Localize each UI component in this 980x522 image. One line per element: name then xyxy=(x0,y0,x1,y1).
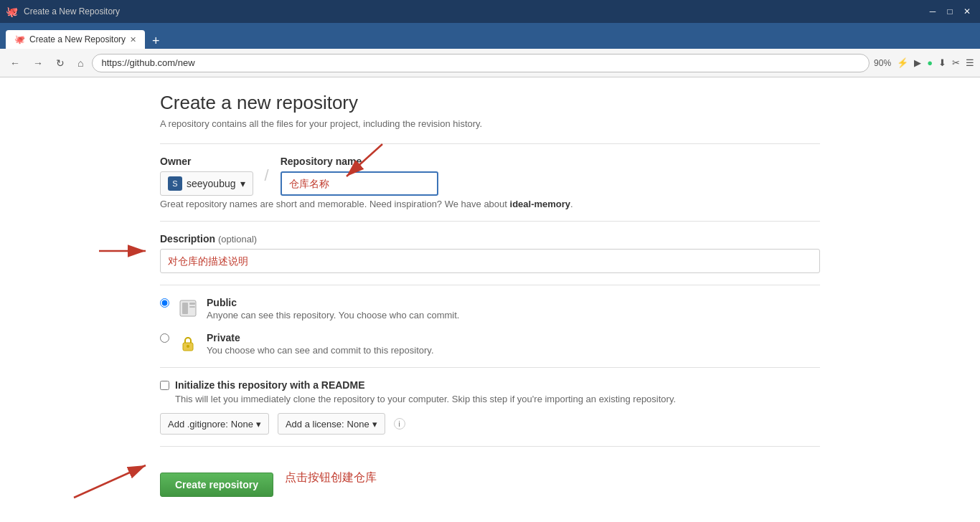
page-title: Create a new repository xyxy=(160,92,820,114)
private-option: Private You choose who can see and commi… xyxy=(160,332,820,356)
description-section: Description (optional) xyxy=(160,233,820,273)
gitignore-value: None xyxy=(231,419,253,430)
tab-close-button[interactable]: ✕ xyxy=(130,35,136,44)
page-body: Create a new repository A repository con… xyxy=(131,77,849,522)
license-value: None xyxy=(347,419,369,430)
new-tab-button[interactable]: + xyxy=(148,33,164,49)
path-slash: / xyxy=(265,166,269,185)
divider-2 xyxy=(160,221,820,222)
repo-name-label: Repository name xyxy=(281,156,438,167)
init-checkbox[interactable] xyxy=(160,381,169,390)
book-icon xyxy=(178,298,198,318)
init-section: Initialize this repository with a README… xyxy=(160,379,820,435)
description-optional: (optional) xyxy=(218,234,257,245)
divider-1 xyxy=(160,143,820,144)
download-icon: ⬇ xyxy=(938,57,946,68)
owner-avatar: S xyxy=(168,176,182,191)
svg-rect-6 xyxy=(189,303,195,305)
svg-point-9 xyxy=(187,345,189,348)
public-desc: Anyone can see this repository. You choo… xyxy=(207,310,459,321)
red-arrow-svg-2 xyxy=(95,237,153,265)
browser-window: 🐙 Create a New Repository ─ □ ✕ 🐙 Create… xyxy=(0,0,980,522)
owner-label: Owner xyxy=(160,156,253,167)
public-radio[interactable] xyxy=(160,298,169,308)
minimize-button[interactable]: ─ xyxy=(925,4,940,19)
back-button[interactable]: ← xyxy=(6,54,24,72)
divider-3 xyxy=(160,285,820,285)
lock-icon xyxy=(178,333,198,353)
create-repository-button[interactable]: Create repository xyxy=(160,473,273,497)
address-input[interactable] xyxy=(92,54,870,72)
forward-icon: ▶ xyxy=(914,57,921,68)
license-label: Add a license: xyxy=(286,419,344,430)
private-radio[interactable] xyxy=(160,333,169,343)
gitignore-label: Add .gitignore: xyxy=(168,419,228,430)
public-icon xyxy=(176,297,199,320)
svg-rect-5 xyxy=(182,303,188,314)
public-label: Public xyxy=(207,297,459,308)
create-btn-row: Create repository 点击按钮创建仓库 xyxy=(160,458,820,497)
create-annotation: 点击按钮创建仓库 xyxy=(285,470,377,485)
addon-row: Add .gitignore: None ▾ Add a license: No… xyxy=(160,413,820,435)
title-bar: 🐙 Create a New Repository ─ □ ✕ xyxy=(0,0,980,23)
divider-5 xyxy=(160,446,820,447)
license-select[interactable]: Add a license: None ▾ xyxy=(278,413,385,435)
browser-favicon: 🐙 xyxy=(6,6,18,17)
tab-title: Create a New Repository xyxy=(29,34,126,44)
repo-name-input[interactable] xyxy=(281,171,438,196)
gitignore-select[interactable]: Add .gitignore: None ▾ xyxy=(160,413,269,435)
svg-rect-7 xyxy=(189,306,195,308)
zoom-level: 90% xyxy=(874,58,891,68)
private-label: Private xyxy=(207,332,434,343)
scissors-icon: ✂ xyxy=(952,57,960,68)
init-text: Initialize this repository with a README… xyxy=(175,379,676,404)
suggestion-link[interactable]: ideal-memory xyxy=(510,199,571,209)
init-label: Initialize this repository with a README xyxy=(175,379,676,391)
address-bar: ← → ↻ ⌂ 90% ⚡ ▶ ● ⬇ ✂ ☰ xyxy=(0,49,980,77)
window-controls: ─ □ ✕ xyxy=(925,4,974,19)
public-option: Public Anyone can see this repository. Y… xyxy=(160,297,820,321)
active-tab[interactable]: 🐙 Create a New Repository ✕ xyxy=(6,30,145,49)
public-text: Public Anyone can see this repository. Y… xyxy=(207,297,459,321)
svg-line-11 xyxy=(74,465,146,498)
private-text: Private You choose who can see and commi… xyxy=(207,332,434,356)
divider-4 xyxy=(160,367,820,368)
description-label: Description (optional) xyxy=(160,233,820,245)
page-content: Create a new repository A repository con… xyxy=(0,77,980,522)
init-option: Initialize this repository with a README… xyxy=(160,379,820,404)
init-desc: This will let you immediately clone the … xyxy=(175,394,676,404)
inspiration-text: Great repository names are short and mem… xyxy=(160,199,820,209)
owner-group: Owner S seeyoubug ▾ xyxy=(160,156,253,196)
description-group: Description (optional) xyxy=(160,233,820,273)
maximize-button[interactable]: □ xyxy=(943,4,957,19)
repo-name-group: Repository name xyxy=(281,156,438,196)
info-icon[interactable]: i xyxy=(394,418,405,430)
private-icon xyxy=(176,332,199,355)
description-input[interactable] xyxy=(160,249,820,273)
refresh-button[interactable]: ↻ xyxy=(52,54,69,72)
private-desc: You choose who can see and commit to thi… xyxy=(207,345,434,356)
lightning-icon: ⚡ xyxy=(897,57,908,68)
forward-button[interactable]: → xyxy=(29,54,47,72)
visibility-group: Public Anyone can see this repository. Y… xyxy=(160,297,820,356)
page-subtitle: A repository contains all the files for … xyxy=(160,118,820,129)
license-dropdown-icon: ▾ xyxy=(372,419,377,430)
home-button[interactable]: ⌂ xyxy=(73,54,88,72)
owner-name: seeyoubug xyxy=(187,178,236,189)
status-icon: ● xyxy=(927,57,933,68)
owner-select[interactable]: S seeyoubug ▾ xyxy=(160,171,253,196)
gitignore-dropdown-icon: ▾ xyxy=(256,419,261,430)
owner-dropdown-icon: ▾ xyxy=(240,178,245,189)
tab-bar: 🐙 Create a New Repository ✕ + xyxy=(0,23,980,49)
close-button[interactable]: ✕ xyxy=(960,4,974,19)
tab-favicon: 🐙 xyxy=(14,34,25,44)
tab-title-text: Create a New Repository xyxy=(24,6,120,16)
red-arrow-svg-3 xyxy=(67,458,153,501)
toolbar-icons: 90% ⚡ ▶ ● ⬇ ✂ ☰ xyxy=(874,57,974,68)
owner-repo-row: Owner S seeyoubug ▾ / Repository name xyxy=(160,156,820,196)
menu-icon[interactable]: ☰ xyxy=(966,57,974,68)
